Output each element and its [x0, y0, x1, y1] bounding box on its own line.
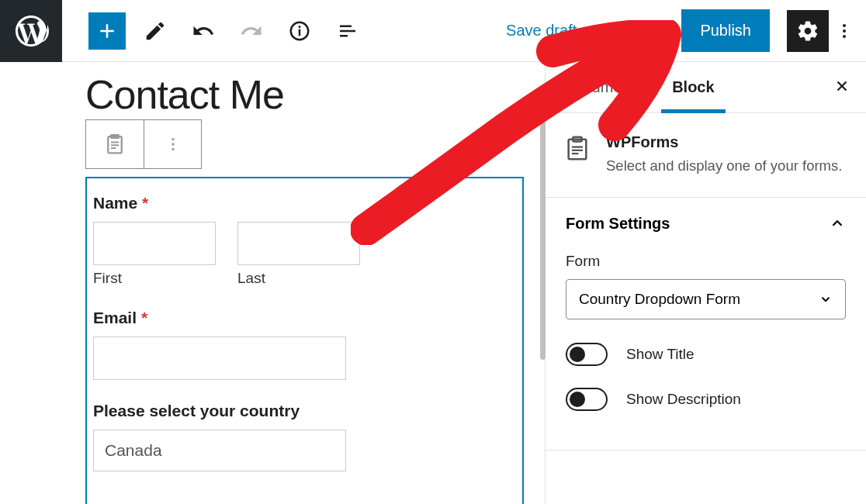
first-name-input[interactable] [93, 222, 216, 265]
info-button[interactable] [281, 12, 318, 50]
gear-icon [796, 19, 819, 43]
undo-button[interactable] [185, 12, 222, 50]
country-field: Please select your country Canada [93, 402, 516, 471]
top-toolbar: Save draft Preview Publish [0, 0, 866, 62]
wordpress-logo[interactable] [0, 0, 62, 62]
form-field-label: Form [566, 253, 846, 270]
chevron-up-icon [829, 215, 846, 232]
clipboard-icon [103, 133, 126, 156]
show-description-row: Show Description [566, 388, 846, 411]
wpforms-block[interactable]: Name * First Last Email * Please se [85, 177, 524, 504]
sidebar-scrollbar[interactable] [540, 104, 546, 360]
plus-icon [95, 19, 119, 43]
kebab-icon [835, 22, 854, 40]
first-sublabel: First [93, 270, 216, 287]
block-info-title: WPForms [606, 133, 842, 151]
country-select[interactable]: Canada [93, 430, 346, 471]
svg-rect-1 [299, 29, 301, 36]
svg-point-11 [171, 138, 174, 140]
outline-icon [336, 19, 359, 43]
show-title-label: Show Title [626, 346, 695, 363]
more-options-button[interactable] [829, 10, 860, 52]
undo-icon [192, 19, 215, 43]
edit-mode-button[interactable] [137, 12, 174, 50]
page-title[interactable]: Contact Me [85, 71, 526, 118]
show-description-label: Show Description [626, 391, 741, 408]
preview-button[interactable]: Preview [591, 14, 674, 47]
show-description-toggle[interactable] [566, 388, 608, 411]
add-block-button[interactable] [88, 12, 126, 50]
svg-point-13 [171, 148, 174, 150]
last-sublabel: Last [237, 270, 360, 287]
tab-block[interactable]: Block [653, 62, 733, 112]
svg-point-4 [843, 29, 846, 33]
block-type-button[interactable] [86, 120, 144, 168]
sidebar-close-button[interactable] [818, 78, 866, 98]
redo-icon [240, 19, 263, 43]
email-input[interactable] [93, 337, 346, 380]
sidebar-tabs: Document Block [546, 62, 866, 113]
pencil-icon [144, 19, 167, 43]
email-label: Email * [93, 309, 516, 327]
last-name-input[interactable] [237, 222, 360, 265]
svg-point-2 [299, 25, 301, 27]
chevron-down-icon [819, 292, 833, 306]
block-toolbar [85, 119, 202, 169]
block-info-desc: Select and display one of your forms. [606, 156, 842, 177]
wordpress-icon [12, 12, 50, 50]
sidebar: Document Block WPForms Select and displa… [545, 62, 866, 504]
form-settings-panel: Form Settings Form Country Dropdown Form… [546, 198, 866, 450]
name-label: Name * [93, 194, 516, 212]
info-icon [288, 19, 311, 43]
svg-point-5 [843, 35, 846, 38]
kebab-icon [165, 136, 182, 153]
form-select-dropdown[interactable]: Country Dropdown Form [566, 279, 846, 319]
editor-content: Contact Me Name * First Last [0, 62, 866, 504]
svg-point-12 [171, 143, 174, 145]
editor-canvas: Contact Me Name * First Last [0, 62, 545, 504]
close-icon [833, 78, 850, 95]
country-label: Please select your country [93, 402, 516, 420]
publish-button[interactable]: Publish [681, 9, 770, 52]
save-draft-button[interactable]: Save draft [492, 14, 591, 47]
form-settings-header[interactable]: Form Settings [546, 198, 866, 250]
block-info: WPForms Select and display one of your f… [546, 113, 866, 198]
tab-document[interactable]: Document [546, 62, 653, 112]
block-more-button[interactable] [144, 120, 201, 168]
settings-button[interactable] [787, 10, 829, 52]
show-title-toggle[interactable] [566, 343, 608, 366]
show-title-row: Show Title [566, 343, 846, 366]
svg-point-3 [843, 24, 846, 27]
wpforms-icon [564, 135, 591, 161]
redo-button[interactable] [233, 12, 270, 50]
outline-button[interactable] [329, 12, 366, 50]
email-field: Email * [93, 309, 516, 380]
name-field: Name * First Last [93, 194, 516, 287]
